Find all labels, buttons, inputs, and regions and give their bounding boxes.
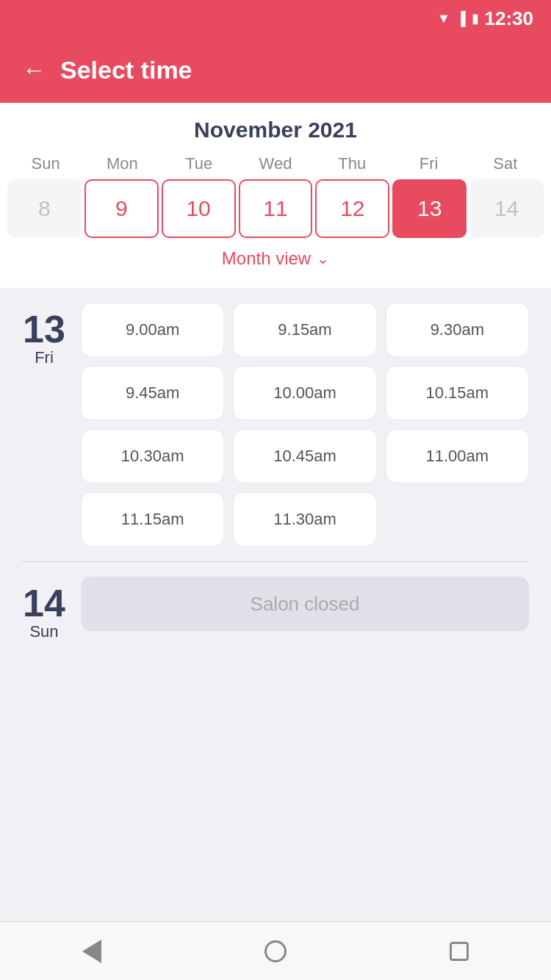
- date-cell-14: 14: [469, 179, 544, 238]
- weekday-row: Sun Mon Tue Wed Thu Fri Sat: [0, 154, 551, 173]
- weekday-tue: Tue: [161, 154, 237, 173]
- weekday-wed: Wed: [237, 154, 314, 173]
- time-slot-930am[interactable]: 9.30am: [386, 303, 529, 357]
- dates-row: 8 9 10 11 12 13 14: [0, 179, 551, 238]
- date-cell-10[interactable]: 10: [162, 179, 236, 238]
- time-slot-945am[interactable]: 9.45am: [81, 366, 224, 420]
- day-label-14: 14 Sun: [22, 577, 66, 641]
- recent-nav-icon: [450, 942, 469, 961]
- weekday-mon: Mon: [84, 154, 160, 173]
- day-number-14: 14: [23, 584, 65, 622]
- date-cell-8: 8: [7, 179, 82, 238]
- time-slots-13: 9.00am 9.15am 9.30am 9.45am 10.00am 10.1…: [81, 303, 529, 547]
- date-cell-11[interactable]: 11: [239, 179, 313, 238]
- time-slot-1100am[interactable]: 11.00am: [386, 429, 529, 483]
- day-number-13: 13: [23, 310, 65, 348]
- day-name-13: Fri: [35, 348, 54, 367]
- back-nav-icon: [82, 940, 101, 963]
- time-slot-1015am[interactable]: 10.15am: [386, 366, 529, 420]
- salon-closed-label: Salon closed: [81, 577, 529, 631]
- time-slot-900am[interactable]: 9.00am: [81, 303, 224, 357]
- nav-recent-button[interactable]: [430, 922, 489, 981]
- weekday-sat: Sat: [467, 154, 544, 173]
- app-header: ← Select time: [0, 37, 551, 103]
- weekday-thu: Thu: [314, 154, 390, 173]
- battery-icon: ▮: [472, 10, 479, 26]
- page-title: Select time: [60, 56, 192, 84]
- day-block-14: 14 Sun Salon closed: [22, 577, 529, 641]
- wifi-icon: ▼: [437, 11, 450, 26]
- status-icons: ▼ ▐ ▮ 12:30: [437, 7, 533, 30]
- status-bar: ▼ ▐ ▮ 12:30: [0, 0, 551, 37]
- time-slot-915am[interactable]: 9.15am: [233, 303, 376, 357]
- bottom-nav: [0, 921, 551, 980]
- time-slot-1115am[interactable]: 11.15am: [81, 492, 224, 547]
- time-section: 13 Fri 9.00am 9.15am 9.30am 9.45am 10.00…: [0, 288, 551, 671]
- month-view-label: Month view: [222, 248, 311, 269]
- day-label-13: 13 Fri: [22, 303, 66, 547]
- date-cell-12[interactable]: 12: [315, 179, 389, 238]
- date-cell-13[interactable]: 13: [392, 179, 467, 238]
- back-button[interactable]: ←: [22, 58, 46, 82]
- date-cell-9[interactable]: 9: [84, 179, 159, 238]
- weekday-sun: Sun: [7, 154, 84, 173]
- time-slot-1000am[interactable]: 10.00am: [233, 366, 376, 420]
- weekday-fri: Fri: [390, 154, 467, 173]
- day-name-14: Sun: [29, 622, 58, 641]
- calendar-section: November 2021 Sun Mon Tue Wed Thu Fri Sa…: [0, 103, 551, 288]
- home-nav-icon: [264, 940, 287, 962]
- nav-home-button[interactable]: [246, 922, 305, 981]
- time-slot-1130am[interactable]: 11.30am: [233, 492, 376, 547]
- time-slot-1045am[interactable]: 10.45am: [233, 429, 376, 483]
- day-block-13: 13 Fri 9.00am 9.15am 9.30am 9.45am 10.00…: [22, 303, 529, 547]
- status-time: 12:30: [485, 7, 534, 30]
- month-view-toggle[interactable]: Month view ⌄: [0, 238, 551, 281]
- signal-icon: ▐: [456, 11, 466, 26]
- chevron-down-icon: ⌄: [317, 250, 329, 267]
- time-slot-1030am[interactable]: 10.30am: [81, 429, 224, 483]
- nav-back-button[interactable]: [62, 922, 121, 981]
- month-year-label: November 2021: [0, 118, 551, 143]
- section-divider: [22, 561, 529, 562]
